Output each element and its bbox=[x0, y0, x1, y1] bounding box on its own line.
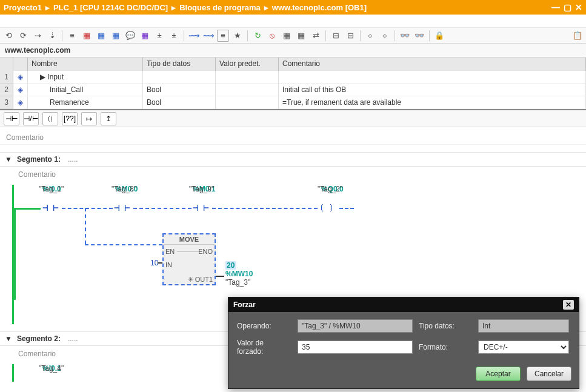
main-toolbar: ⟲ ⟳ ⇢ ⇣ ≡ ▦ ▦ ▦ 💬 ▦ ± ± ⟿ ⟿ ≡ ★ ↻ ⦸ ▦ ▦ … bbox=[0, 28, 586, 44]
io-icon: ◈ bbox=[13, 84, 28, 96]
move-block[interactable]: MOVE EN ENO IN ✳ OUT1 bbox=[162, 233, 216, 285]
col-name[interactable]: Nombre bbox=[28, 58, 143, 71]
force-dialog: Forzar ✕ Operando: Tipo datos: Valor de … bbox=[228, 297, 579, 389]
formato-select[interactable]: DEC+/- bbox=[478, 341, 569, 354]
interface-table: Nombre Tipo de datos Valor predet. Comen… bbox=[0, 58, 586, 109]
tool-icon[interactable]: 📋 bbox=[571, 30, 584, 42]
dialog-close-icon[interactable]: ✕ bbox=[563, 300, 574, 310]
contact-no[interactable]: ⊣ ⊢ bbox=[42, 381, 58, 382]
ladder-toolbar: ⊣⊢ ⊣/⊢ ⟮⟯ [??] ↦ ↥ bbox=[0, 109, 586, 127]
collapse-icon[interactable]: ▼ bbox=[5, 155, 12, 164]
tool-icon[interactable]: ⇣ bbox=[46, 30, 58, 42]
tool-icon[interactable]: ≡ bbox=[66, 30, 78, 42]
segment-comment[interactable]: Comentario bbox=[0, 167, 586, 185]
tool-icon[interactable]: ⟲ bbox=[2, 30, 15, 42]
tool-icon[interactable]: ▦ bbox=[110, 30, 122, 42]
tool-icon[interactable]: 👓 bbox=[413, 30, 425, 42]
branch-open-icon[interactable]: ↦ bbox=[81, 112, 97, 125]
tool-icon[interactable]: ↻ bbox=[251, 30, 264, 42]
breadcrumb: Proyecto1 ▸ PLC_1 [CPU 1214C DC/DC/DC] ▸… bbox=[0, 0, 586, 15]
tool-icon[interactable]: ★ bbox=[231, 30, 244, 42]
contact-nc-icon[interactable]: ⊣/⊢ bbox=[23, 112, 39, 125]
tool-icon[interactable]: ⇄ bbox=[310, 30, 322, 42]
tool-icon[interactable]: ▦ bbox=[139, 30, 151, 42]
tool-icon[interactable]: ⟿ bbox=[202, 30, 215, 42]
operando-field bbox=[298, 319, 413, 333]
segment-header[interactable]: ▼ Segmento 1: ..... bbox=[0, 152, 586, 167]
iface-row[interactable]: 2 ◈ Initial_Call Bool Initial call of th… bbox=[0, 84, 586, 96]
label-valor: Valor de forzado: bbox=[237, 339, 291, 356]
close-icon[interactable]: ✕ bbox=[575, 2, 582, 12]
label-tipo: Tipo datos: bbox=[419, 322, 472, 330]
tool-icon[interactable]: ± bbox=[168, 30, 180, 42]
contact-no[interactable]: ⊣ ⊢ bbox=[193, 202, 208, 213]
tool-icon[interactable]: ⊟ bbox=[344, 30, 356, 42]
collapse-icon[interactable]: ▼ bbox=[5, 334, 12, 343]
tool-icon[interactable]: ⟐ bbox=[364, 30, 376, 42]
maximize-icon[interactable]: ▢ bbox=[564, 2, 571, 12]
block-title: www.tecnoplc.com bbox=[0, 44, 586, 58]
tool-icon[interactable]: ⦸ bbox=[266, 30, 278, 42]
tool-icon[interactable]: 💬 bbox=[124, 30, 136, 42]
contact-no[interactable]: ⊣ ⊢ bbox=[114, 202, 130, 213]
power-rail bbox=[12, 364, 14, 382]
tool-icon[interactable]: ± bbox=[153, 30, 165, 42]
tool-icon[interactable]: ▦ bbox=[95, 30, 107, 42]
cancel-button[interactable]: Cancelar bbox=[527, 367, 571, 381]
tool-icon[interactable]: ⟐ bbox=[379, 30, 391, 42]
label-formato: Formato: bbox=[419, 343, 472, 351]
coil[interactable]: ⟮ ⟯ bbox=[319, 202, 335, 213]
tool-icon[interactable]: ▦ bbox=[295, 30, 307, 42]
tool-icon[interactable]: ⊟ bbox=[330, 30, 342, 42]
spacer bbox=[0, 15, 586, 28]
accept-button[interactable]: Aceptar bbox=[476, 367, 521, 381]
crumb-plc[interactable]: PLC_1 [CPU 1214C DC/DC/DC] bbox=[53, 3, 168, 12]
crumb-project[interactable]: Proyecto1 bbox=[4, 3, 42, 12]
tool-icon[interactable]: 👓 bbox=[399, 30, 411, 42]
valor-forzado-input[interactable] bbox=[298, 341, 413, 354]
contact-no-icon[interactable]: ⊣⊢ bbox=[4, 112, 19, 125]
coil-icon[interactable]: ⟮⟯ bbox=[42, 112, 58, 125]
crumb-ob[interactable]: www.tecnoplc.com [OB1] bbox=[272, 3, 367, 12]
tool-icon[interactable]: ⟿ bbox=[188, 30, 200, 42]
box-icon[interactable]: [??] bbox=[62, 112, 78, 125]
tool-icon[interactable]: ≡ bbox=[217, 30, 229, 42]
col-default[interactable]: Valor predet. bbox=[216, 58, 279, 71]
crumb-blocks[interactable]: Bloques de programa bbox=[179, 3, 261, 12]
dialog-title-bar[interactable]: Forzar ✕ bbox=[228, 297, 579, 312]
expand-icon[interactable]: ▶ bbox=[40, 73, 45, 81]
minimize-icon[interactable]: — bbox=[551, 2, 560, 12]
label-operando: Operando: bbox=[237, 322, 291, 330]
contact-no[interactable]: ⊣ ⊢ bbox=[42, 202, 58, 213]
io-icon: ◈ bbox=[13, 71, 28, 84]
iface-row[interactable]: 3 ◈ Remanence Bool =True, if remanent da… bbox=[0, 96, 586, 109]
iface-header: Nombre Tipo de datos Valor predet. Comen… bbox=[0, 58, 586, 71]
col-comment[interactable]: Comentario bbox=[279, 58, 586, 71]
io-icon: ◈ bbox=[13, 96, 28, 109]
tool-icon[interactable]: ⇢ bbox=[32, 30, 44, 42]
tipo-field bbox=[478, 319, 569, 333]
tool-icon[interactable]: ⟳ bbox=[17, 30, 29, 42]
col-type[interactable]: Tipo de datos bbox=[143, 58, 216, 71]
iface-row[interactable]: 1 ◈ ▶ Input bbox=[0, 71, 586, 84]
net-comment[interactable]: Comentario bbox=[0, 131, 586, 145]
tool-icon[interactable]: ▦ bbox=[81, 30, 93, 42]
tool-icon[interactable]: 🔒 bbox=[433, 30, 445, 42]
tool-icon[interactable]: ▦ bbox=[281, 30, 293, 42]
branch-close-icon[interactable]: ↥ bbox=[101, 112, 116, 125]
